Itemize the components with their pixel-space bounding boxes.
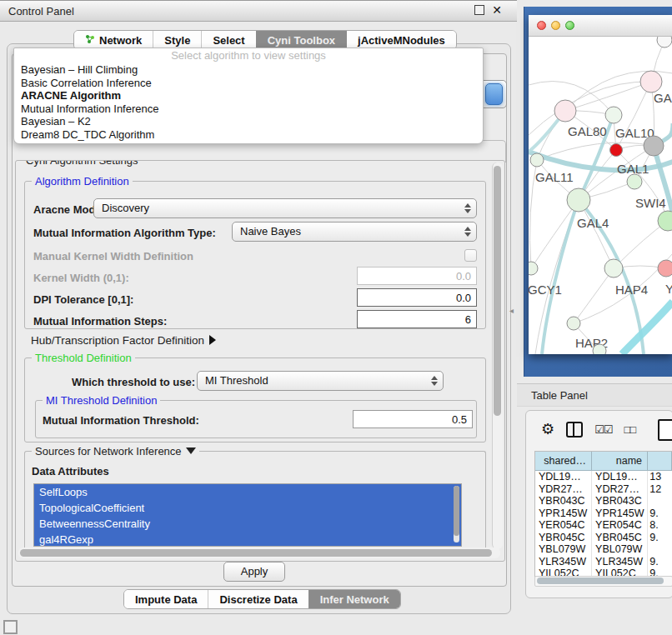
table-cell: YDL19… <box>592 471 648 483</box>
table-row[interactable]: YDL19…YDL19…13 <box>535 471 672 483</box>
node-label: GAL1 <box>617 162 649 176</box>
close-traffic-light-icon[interactable] <box>537 21 546 30</box>
dropdown-item-bayesian-k2[interactable]: Bayesian – K2 <box>14 115 483 128</box>
attribute-item-selfloops[interactable]: SelfLoops <box>34 484 461 500</box>
gear-icon[interactable]: ⚙ <box>541 421 554 438</box>
export-table-icon[interactable] <box>658 419 672 441</box>
network-node-gal[interactable] <box>640 71 662 92</box>
tab-cyni-toolbox[interactable]: Cyni Toolbox <box>256 31 346 49</box>
hub-definition-label: Hub/Transcription Factor Definition <box>31 334 204 347</box>
zoom-traffic-light-icon[interactable] <box>565 21 574 30</box>
mi-threshold-field[interactable]: 0.5 <box>353 410 473 428</box>
table-cell: 9. <box>648 532 672 544</box>
network-node-swi4[interactable] <box>658 211 672 231</box>
network-node-gcy1[interactable] <box>529 262 538 275</box>
minimized-panel-icon[interactable] <box>3 620 18 634</box>
manual-kernel-label: Manual Kernel Width Definition <box>33 250 193 262</box>
table-row[interactable]: YBR043CYBR043C <box>535 495 672 508</box>
settings-vertical-scrollbar[interactable] <box>492 162 503 549</box>
mi-steps-field[interactable]: 6 <box>357 310 477 328</box>
table-horizontal-scrollbar[interactable] <box>534 576 672 587</box>
network-node-gal4[interactable] <box>567 188 590 212</box>
split-divider-arrow-icon[interactable]: ◂ <box>509 306 514 315</box>
table-panel-titlebar: Table Panel <box>517 383 672 407</box>
column-header-name[interactable]: name <box>592 452 648 470</box>
network-node-gal11[interactable] <box>530 153 544 167</box>
table-cell: YDR27… <box>535 483 592 496</box>
tab-impute-data[interactable]: Impute Data <box>124 590 208 608</box>
algorithm-dropdown-popup: Select algorithm to view settings Bayesi… <box>13 48 484 144</box>
table-row[interactable]: YBL079WYBL079W <box>535 543 672 556</box>
network-node-gal80[interactable] <box>554 100 576 122</box>
network-node[interactable] <box>593 344 606 354</box>
aracne-mode-combobox[interactable]: Discovery <box>93 198 477 218</box>
hub-definition-toggle[interactable]: Hub/Transcription Factor Definition <box>31 334 216 347</box>
column-header-shared[interactable]: shared… <box>535 452 592 470</box>
float-panel-icon[interactable] <box>474 5 484 15</box>
network-node-hap4[interactable] <box>604 259 623 278</box>
which-threshold-label: Which threshold to use: <box>72 376 195 388</box>
network-node-hap2[interactable] <box>567 317 580 330</box>
kernel-width-field[interactable]: 0.0 <box>357 267 477 285</box>
manual-kernel-checkbox[interactable] <box>464 249 477 262</box>
tab-jactivemnodules[interactable]: jActiveMNodules <box>346 31 456 49</box>
dropdown-item-aracne-algorithm[interactable]: ARACNE Algorithm <box>14 89 483 102</box>
column-layout-icon[interactable] <box>566 422 583 438</box>
tab-network[interactable]: Network <box>74 31 153 49</box>
dropdown-item-basic-correlation-inference[interactable]: Basic Correlation Inference <box>14 77 483 90</box>
node-label: GCY1 <box>529 282 562 297</box>
table-row[interactable]: YBR045CYBR045C9. <box>535 532 672 544</box>
table-cell: 8. <box>648 519 672 532</box>
dropdown-item-dream8-dc-tdc-algorithm[interactable]: Dream8 DC_TDC Algorithm <box>14 128 483 142</box>
attribute-item-topologicalcoefficient[interactable]: TopologicalCoefficient <box>34 500 461 516</box>
table-row[interactable]: YER054CYER054C8. <box>535 519 672 532</box>
data-attributes-list[interactable]: SelfLoopsTopologicalCoefficientBetweenne… <box>33 483 462 547</box>
collapsed-arrow-icon <box>209 335 216 345</box>
column-header-clipped[interactable] <box>648 452 672 470</box>
dropdown-item-mutual-information-inference[interactable]: Mutual Information Inference <box>14 102 483 116</box>
network-node[interactable] <box>657 37 672 48</box>
table-row[interactable]: YPR145WYPR145W9. <box>535 508 672 520</box>
network-node[interactable] <box>644 136 664 156</box>
spinner-arrows-icon <box>464 202 471 214</box>
table-panel-title: Table Panel <box>531 389 588 402</box>
table-cell <box>648 543 672 556</box>
network-node[interactable] <box>610 144 623 157</box>
mi-type-label: Mutual Information Algorithm Type: <box>33 227 216 239</box>
mi-type-combobox[interactable]: Naive Bayes <box>232 222 477 242</box>
close-panel-icon[interactable]: ✕ <box>492 4 502 16</box>
list-scrollbar[interactable] <box>454 486 459 542</box>
node-label: Y <box>665 282 672 296</box>
tab-select[interactable]: Select <box>201 31 255 49</box>
attribute-item-betweennesscentrality[interactable]: BetweennessCentrality <box>34 516 461 532</box>
table-row[interactable]: YLR345WYLR345W9. <box>535 556 672 568</box>
select-all-checkboxes-icon[interactable]: ☑☑ <box>594 423 612 436</box>
settings-horizontal-scrollbar[interactable] <box>18 548 500 558</box>
table-row[interactable]: YDR27…YDR27…12 <box>535 483 672 496</box>
table-body: YDL19…YDL19…13YDR27…YDR27…12YBR043CYBR04… <box>535 471 672 580</box>
node-table[interactable]: shared…name YDL19…YDL19…13YDR27…YDR27…12… <box>534 451 672 582</box>
which-threshold-combobox[interactable]: MI Threshold <box>197 371 444 391</box>
attribute-item-gal4rgexp[interactable]: gal4RGexp <box>34 532 461 547</box>
minimize-traffic-light-icon[interactable] <box>551 21 560 30</box>
deselect-all-checkboxes-icon[interactable]: □□ <box>624 423 635 436</box>
network-canvas[interactable]: GALGAL80GAL10GAL11GAL1GAL4SWI4GCY1HAP4YH… <box>529 37 672 354</box>
tab-label: Select <box>213 34 244 47</box>
network-graph[interactable]: GALGAL80GAL10GAL11GAL1GAL4SWI4GCY1HAP4YH… <box>529 37 672 354</box>
tab-style[interactable]: Style <box>153 31 201 49</box>
combobox-spinner-icon[interactable] <box>485 83 503 105</box>
data-attributes-label: Data Attributes <box>32 465 109 478</box>
mi-threshold-label: Mutual Information Threshold: <box>43 414 199 427</box>
expanded-arrow-icon[interactable] <box>186 448 196 454</box>
tab-label: jActiveMNodules <box>358 34 445 47</box>
network-window[interactable]: GALGAL80GAL10GAL11GAL1GAL4SWI4GCY1HAP4YH… <box>529 15 672 354</box>
apply-button[interactable]: Apply <box>223 562 285 582</box>
tab-infer-network[interactable]: Infer Network <box>308 590 400 608</box>
network-node-gal10[interactable] <box>605 107 622 123</box>
network-node-gal1[interactable] <box>627 174 642 189</box>
dpi-tolerance-field[interactable]: 0.0 <box>357 288 477 307</box>
tab-discretize-data[interactable]: Discretize Data <box>208 590 308 608</box>
network-node-y[interactable] <box>658 260 672 277</box>
table-cell: YLR345W <box>592 556 648 568</box>
dropdown-item-bayesian-hill-climbing[interactable]: Bayesian – Hill Climbing <box>14 63 483 77</box>
